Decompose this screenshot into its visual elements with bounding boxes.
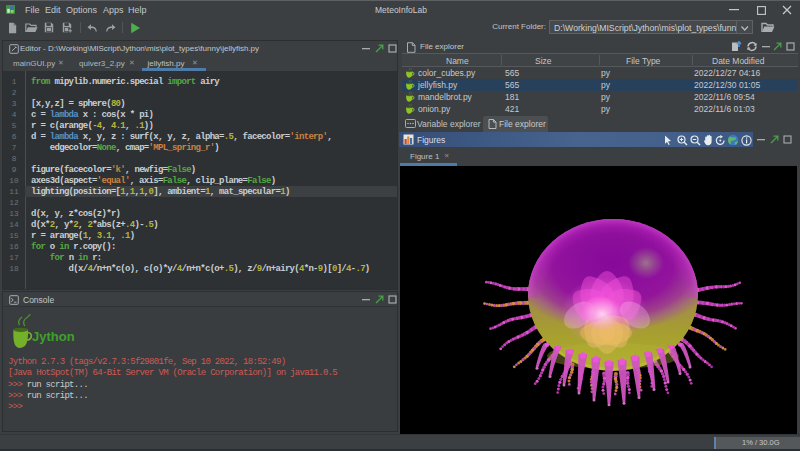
- svg-text:Jython: Jython: [32, 329, 75, 344]
